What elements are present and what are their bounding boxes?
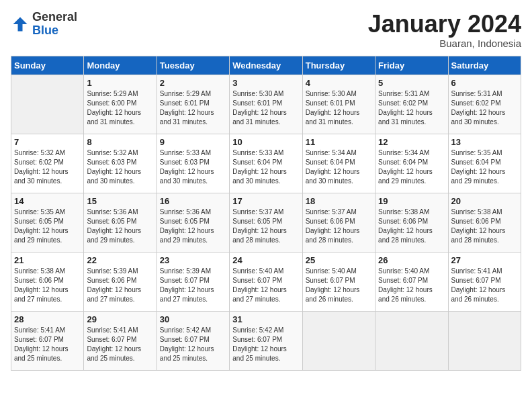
calendar-cell: 11Sunrise: 5:34 AMSunset: 6:04 PMDayligh… <box>302 134 375 193</box>
logo: General Blue <box>11 11 77 38</box>
day-info: Sunrise: 5:38 AMSunset: 6:06 PMDaylight:… <box>378 208 445 245</box>
title-block: January 2024 Buaran, Indonesia <box>368 11 521 49</box>
calendar-week-row: 28Sunrise: 5:41 AMSunset: 6:07 PMDayligh… <box>11 311 521 370</box>
calendar-cell: 28Sunrise: 5:41 AMSunset: 6:07 PMDayligh… <box>11 311 84 370</box>
day-number: 13 <box>451 137 518 147</box>
logo-blue: Blue <box>32 24 58 37</box>
day-number: 24 <box>232 255 299 265</box>
day-number: 16 <box>160 196 226 206</box>
calendar-cell: 1Sunrise: 5:29 AMSunset: 6:00 PMDaylight… <box>84 75 157 134</box>
day-number: 18 <box>306 196 372 206</box>
location: Buaran, Indonesia <box>368 38 521 49</box>
calendar-cell: 21Sunrise: 5:38 AMSunset: 6:06 PMDayligh… <box>11 252 84 311</box>
days-header-row: SundayMondayTuesdayWednesdayThursdayFrid… <box>11 56 521 75</box>
calendar-cell: 12Sunrise: 5:34 AMSunset: 6:04 PMDayligh… <box>375 134 448 193</box>
day-number: 12 <box>378 137 445 147</box>
day-number: 15 <box>87 196 153 206</box>
day-info: Sunrise: 5:41 AMSunset: 6:07 PMDaylight:… <box>14 326 81 363</box>
calendar-cell <box>302 311 375 370</box>
day-info: Sunrise: 5:30 AMSunset: 6:01 PMDaylight:… <box>306 89 372 127</box>
calendar-cell: 30Sunrise: 5:42 AMSunset: 6:07 PMDayligh… <box>157 311 229 370</box>
day-header-thursday: Thursday <box>302 56 375 75</box>
day-number: 26 <box>378 255 445 265</box>
day-number: 29 <box>87 314 153 324</box>
day-info: Sunrise: 5:37 AMSunset: 6:05 PMDaylight:… <box>232 208 299 245</box>
day-number: 7 <box>14 137 81 147</box>
day-number: 14 <box>14 196 81 206</box>
day-number: 17 <box>232 196 299 206</box>
calendar-cell: 3Sunrise: 5:30 AMSunset: 6:01 PMDaylight… <box>230 75 302 134</box>
logo-icon <box>11 15 30 34</box>
day-number: 4 <box>306 78 372 88</box>
day-info: Sunrise: 5:40 AMSunset: 6:07 PMDaylight:… <box>232 267 299 304</box>
day-number: 8 <box>87 137 153 147</box>
calendar-cell: 23Sunrise: 5:39 AMSunset: 6:07 PMDayligh… <box>157 252 229 311</box>
calendar-cell: 26Sunrise: 5:40 AMSunset: 6:07 PMDayligh… <box>375 252 448 311</box>
calendar-cell: 24Sunrise: 5:40 AMSunset: 6:07 PMDayligh… <box>230 252 302 311</box>
day-info: Sunrise: 5:33 AMSunset: 6:04 PMDaylight:… <box>232 148 299 186</box>
calendar-cell: 5Sunrise: 5:31 AMSunset: 6:02 PMDaylight… <box>375 75 448 134</box>
calendar-cell: 6Sunrise: 5:31 AMSunset: 6:02 PMDaylight… <box>448 75 521 134</box>
calendar-cell: 7Sunrise: 5:32 AMSunset: 6:02 PMDaylight… <box>11 134 84 193</box>
day-number: 30 <box>160 314 226 324</box>
day-number: 10 <box>232 137 299 147</box>
day-info: Sunrise: 5:38 AMSunset: 6:06 PMDaylight:… <box>451 208 518 245</box>
day-number: 21 <box>14 255 81 265</box>
day-info: Sunrise: 5:34 AMSunset: 6:04 PMDaylight:… <box>378 148 445 186</box>
day-info: Sunrise: 5:34 AMSunset: 6:04 PMDaylight:… <box>306 148 372 186</box>
day-number: 22 <box>87 255 153 265</box>
calendar-cell: 19Sunrise: 5:38 AMSunset: 6:06 PMDayligh… <box>375 193 448 252</box>
calendar-cell: 25Sunrise: 5:40 AMSunset: 6:07 PMDayligh… <box>302 252 375 311</box>
day-number: 23 <box>160 255 226 265</box>
day-header-saturday: Saturday <box>448 56 521 75</box>
calendar-week-row: 14Sunrise: 5:35 AMSunset: 6:05 PMDayligh… <box>11 193 521 252</box>
month-title: January 2024 <box>368 11 521 38</box>
calendar-cell: 14Sunrise: 5:35 AMSunset: 6:05 PMDayligh… <box>11 193 84 252</box>
page-header: General Blue January 2024 Buaran, Indone… <box>11 11 521 49</box>
day-number: 27 <box>451 255 518 265</box>
calendar-cell: 9Sunrise: 5:33 AMSunset: 6:03 PMDaylight… <box>157 134 229 193</box>
svg-marker-0 <box>13 17 28 31</box>
calendar-cell: 22Sunrise: 5:39 AMSunset: 6:06 PMDayligh… <box>84 252 157 311</box>
calendar-cell: 4Sunrise: 5:30 AMSunset: 6:01 PMDaylight… <box>302 75 375 134</box>
day-info: Sunrise: 5:31 AMSunset: 6:02 PMDaylight:… <box>451 89 518 127</box>
calendar-cell: 10Sunrise: 5:33 AMSunset: 6:04 PMDayligh… <box>230 134 302 193</box>
calendar-cell <box>375 311 448 370</box>
calendar-table: SundayMondayTuesdayWednesdayThursdayFrid… <box>11 56 521 371</box>
calendar-cell: 29Sunrise: 5:41 AMSunset: 6:07 PMDayligh… <box>84 311 157 370</box>
day-info: Sunrise: 5:40 AMSunset: 6:07 PMDaylight:… <box>306 267 372 304</box>
logo-general: General <box>32 10 77 24</box>
day-number: 11 <box>306 137 372 147</box>
day-info: Sunrise: 5:39 AMSunset: 6:06 PMDaylight:… <box>87 267 153 304</box>
day-number: 6 <box>451 78 518 88</box>
calendar-cell: 16Sunrise: 5:36 AMSunset: 6:05 PMDayligh… <box>157 193 229 252</box>
day-info: Sunrise: 5:40 AMSunset: 6:07 PMDaylight:… <box>378 267 445 304</box>
day-header-monday: Monday <box>84 56 157 75</box>
day-header-tuesday: Tuesday <box>157 56 229 75</box>
calendar-cell: 13Sunrise: 5:35 AMSunset: 6:04 PMDayligh… <box>448 134 521 193</box>
day-info: Sunrise: 5:35 AMSunset: 6:04 PMDaylight:… <box>451 148 518 186</box>
calendar-cell: 31Sunrise: 5:42 AMSunset: 6:07 PMDayligh… <box>230 311 302 370</box>
calendar-cell: 8Sunrise: 5:32 AMSunset: 6:03 PMDaylight… <box>84 134 157 193</box>
calendar-cell: 20Sunrise: 5:38 AMSunset: 6:06 PMDayligh… <box>448 193 521 252</box>
day-number: 1 <box>87 78 153 88</box>
day-info: Sunrise: 5:37 AMSunset: 6:06 PMDaylight:… <box>306 208 372 245</box>
day-info: Sunrise: 5:36 AMSunset: 6:05 PMDaylight:… <box>160 208 226 245</box>
calendar-cell: 15Sunrise: 5:36 AMSunset: 6:05 PMDayligh… <box>84 193 157 252</box>
calendar-cell: 27Sunrise: 5:41 AMSunset: 6:07 PMDayligh… <box>448 252 521 311</box>
day-info: Sunrise: 5:33 AMSunset: 6:03 PMDaylight:… <box>160 148 226 186</box>
day-info: Sunrise: 5:41 AMSunset: 6:07 PMDaylight:… <box>451 267 518 304</box>
day-number: 5 <box>378 78 445 88</box>
day-header-wednesday: Wednesday <box>230 56 302 75</box>
calendar-week-row: 1Sunrise: 5:29 AMSunset: 6:00 PMDaylight… <box>11 75 521 134</box>
day-info: Sunrise: 5:39 AMSunset: 6:07 PMDaylight:… <box>160 267 226 304</box>
day-header-sunday: Sunday <box>11 56 84 75</box>
logo-text: General Blue <box>32 11 77 38</box>
calendar-week-row: 21Sunrise: 5:38 AMSunset: 6:06 PMDayligh… <box>11 252 521 311</box>
day-number: 28 <box>14 314 81 324</box>
day-info: Sunrise: 5:36 AMSunset: 6:05 PMDaylight:… <box>87 208 153 245</box>
day-info: Sunrise: 5:35 AMSunset: 6:05 PMDaylight:… <box>14 208 81 245</box>
day-number: 20 <box>451 196 518 206</box>
day-info: Sunrise: 5:41 AMSunset: 6:07 PMDaylight:… <box>87 326 153 363</box>
day-info: Sunrise: 5:32 AMSunset: 6:03 PMDaylight:… <box>87 148 153 186</box>
